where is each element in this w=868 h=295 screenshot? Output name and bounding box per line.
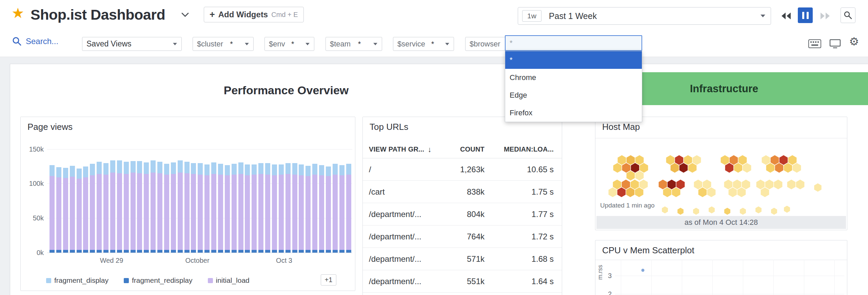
- column-header-view-path[interactable]: VIEW PATH GR... ↓: [369, 145, 444, 154]
- bar[interactable]: [103, 163, 108, 253]
- host-hexagon[interactable]: [796, 179, 805, 190]
- pause-button[interactable]: [798, 7, 813, 23]
- forward-button[interactable]: [818, 8, 833, 24]
- bar[interactable]: [178, 160, 183, 253]
- dropdown-option[interactable]: Chrome: [505, 69, 642, 86]
- bar[interactable]: [292, 163, 297, 253]
- host-hexagon[interactable]: [709, 206, 715, 214]
- bar[interactable]: [326, 166, 331, 253]
- table-row[interactable]: /1,263k10.65 s: [363, 158, 562, 181]
- bar[interactable]: [56, 167, 61, 253]
- bar[interactable]: [50, 165, 55, 253]
- bar[interactable]: [238, 162, 243, 253]
- saved-views-select[interactable]: Saved Views: [82, 37, 182, 51]
- host-hexagon[interactable]: [784, 205, 790, 213]
- bar[interactable]: [63, 168, 68, 253]
- bar[interactable]: [312, 164, 317, 253]
- bar[interactable]: [157, 162, 162, 253]
- bar[interactable]: [319, 165, 324, 253]
- bar[interactable]: [184, 162, 190, 253]
- dropdown-option[interactable]: *: [505, 51, 642, 69]
- host-hexagon[interactable]: [677, 208, 684, 215]
- bar[interactable]: [258, 163, 263, 253]
- bar[interactable]: [97, 162, 102, 253]
- chevron-down-icon: [245, 43, 249, 45]
- bar[interactable]: [299, 164, 304, 253]
- y-tick-label: 0k: [23, 249, 44, 257]
- host-hexagon[interactable]: [755, 206, 762, 214]
- bar[interactable]: [333, 164, 338, 253]
- bar[interactable]: [124, 162, 129, 253]
- bar[interactable]: [339, 165, 344, 253]
- host-hexagon[interactable]: [771, 208, 777, 215]
- gear-icon[interactable]: ⚙: [849, 36, 859, 47]
- rewind-button[interactable]: [778, 8, 793, 24]
- table-row[interactable]: /department/...571k1.68 s: [363, 248, 562, 270]
- bar[interactable]: [346, 164, 351, 253]
- host-hexagon[interactable]: [662, 206, 668, 214]
- browser-filter-dropdown: *ChromeEdgeFirefox: [505, 51, 642, 122]
- scatter-point[interactable]: [642, 269, 645, 272]
- column-header-median[interactable]: MEDIAN:LOA...: [485, 145, 554, 153]
- bar[interactable]: [117, 160, 122, 253]
- bar[interactable]: [279, 164, 284, 253]
- table-row[interactable]: /department/...764k1.72 s: [363, 225, 562, 248]
- template-var-service[interactable]: $service *: [393, 37, 454, 51]
- bar[interactable]: [191, 163, 196, 253]
- host-hexagon[interactable]: [814, 183, 822, 192]
- bar[interactable]: [225, 165, 230, 253]
- chevron-down-icon[interactable]: [181, 12, 189, 18]
- bar[interactable]: [151, 160, 156, 253]
- dropdown-option[interactable]: Firefox: [505, 104, 642, 122]
- search-control[interactable]: Search...: [12, 37, 58, 46]
- bar[interactable]: [171, 162, 176, 253]
- legend-item[interactable]: fragment_redisplay: [124, 276, 193, 284]
- browser-filter-input[interactable]: *: [505, 35, 642, 51]
- bar[interactable]: [265, 163, 270, 253]
- time-range-picker[interactable]: 1w Past 1 Week: [518, 7, 771, 25]
- column-header-count[interactable]: COUNT: [444, 145, 485, 153]
- table-row[interactable]: /department/...551k1.64 s: [363, 270, 562, 293]
- keyboard-shortcuts-icon[interactable]: [808, 39, 821, 48]
- bar[interactable]: [110, 160, 115, 253]
- add-widgets-button[interactable]: + Add Widgets Cmd + E: [204, 7, 304, 22]
- bar[interactable]: [137, 161, 142, 253]
- legend-item[interactable]: initial_load: [208, 276, 250, 284]
- template-var-cluster[interactable]: $cluster *: [193, 37, 254, 51]
- host-hexagon[interactable]: [693, 208, 699, 215]
- bar[interactable]: [198, 163, 203, 253]
- bar[interactable]: [144, 162, 149, 253]
- host-hexagon[interactable]: [740, 208, 746, 215]
- host-hexagon[interactable]: [774, 179, 783, 190]
- host-hexagon[interactable]: [724, 208, 731, 215]
- bar[interactable]: [77, 169, 82, 253]
- bar[interactable]: [204, 164, 210, 253]
- legend-item[interactable]: fragment_display: [46, 276, 108, 284]
- bar[interactable]: [272, 164, 277, 253]
- legend-more-badge[interactable]: +1: [321, 274, 336, 286]
- bar[interactable]: [218, 164, 223, 253]
- tv-mode-icon[interactable]: [829, 39, 841, 48]
- table-row[interactable]: /cart838k1.75 s: [363, 181, 562, 203]
- bar[interactable]: [211, 162, 216, 253]
- bar[interactable]: [285, 163, 291, 253]
- bar[interactable]: [70, 166, 75, 253]
- bar[interactable]: [245, 164, 250, 253]
- chevron-down-icon: [173, 43, 177, 45]
- bar[interactable]: [232, 164, 237, 253]
- bar[interactable]: [252, 164, 257, 253]
- bar[interactable]: [305, 166, 311, 253]
- pause-icon: [807, 12, 809, 19]
- bar[interactable]: [83, 166, 88, 253]
- table-row[interactable]: /department/...804k1.77 s: [363, 203, 562, 225]
- template-var-team[interactable]: $team *: [326, 37, 382, 51]
- bar[interactable]: [164, 164, 169, 253]
- bar[interactable]: [90, 164, 95, 253]
- host-hexagon[interactable]: [787, 179, 796, 190]
- zoom-button[interactable]: [841, 7, 855, 23]
- template-var-env[interactable]: $env *: [264, 37, 314, 51]
- dropdown-option[interactable]: Edge: [505, 86, 642, 104]
- search-icon: [12, 37, 22, 46]
- group-title-infrastructure: Infrastructure: [690, 83, 758, 95]
- bar[interactable]: [131, 161, 136, 253]
